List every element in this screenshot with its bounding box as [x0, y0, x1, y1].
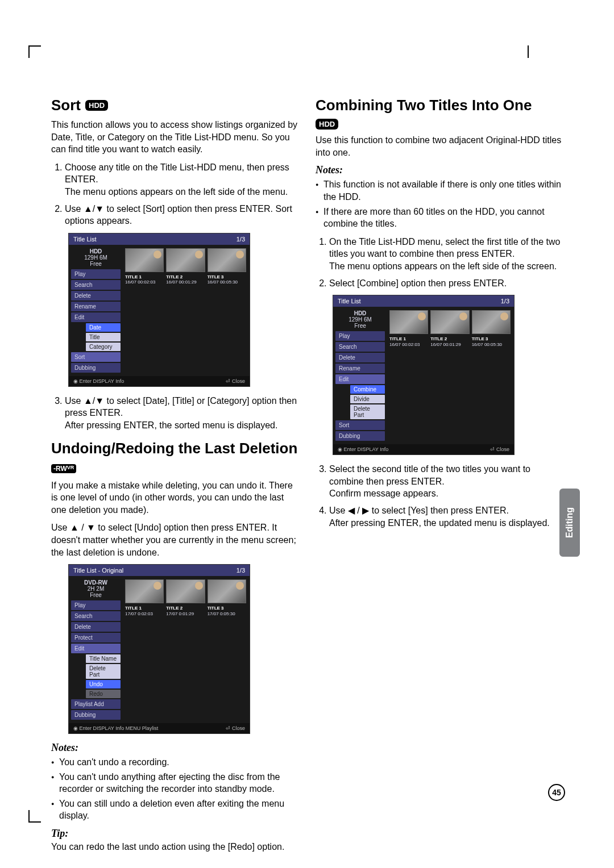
- combine-step-2: Select [Combine] option then press ENTER…: [329, 277, 563, 290]
- ss2-search: Search: [71, 611, 121, 621]
- badge-hdd: HDD: [85, 100, 108, 111]
- ss2-sub-tn: Title Name: [86, 654, 121, 663]
- combine-intro: Use this function to combine two adjacen…: [316, 134, 563, 158]
- undo-p1: If you make a mistake while deleting, yo…: [51, 479, 298, 516]
- section-tab: Editing: [559, 489, 580, 557]
- heading-combine-text: Combining Two Titles Into One: [316, 97, 532, 114]
- undo-notes-h: Notes:: [51, 742, 298, 754]
- ss2-delete: Delete: [71, 622, 121, 632]
- ss3-play: Play: [335, 331, 385, 341]
- heading-undo: Undoing/Redoing the Last Deletion -RWVR: [51, 440, 298, 475]
- undo-note-2: You can't undo anything after ejecting t…: [59, 771, 298, 795]
- ss1-search: Search: [71, 280, 121, 290]
- ss2-sub-redo: Redo: [86, 690, 121, 698]
- sort-step-3: Use ▲/▼ to select [Date], [Title] or [Ca…: [65, 395, 298, 432]
- ss1-edit: Edit: [71, 312, 121, 322]
- ss2-footer-r: ⏎ Close: [226, 725, 245, 731]
- ss1-size: 129H 6M: [71, 254, 121, 261]
- ss1-play: Play: [71, 269, 121, 279]
- ss1-thumb-3: [208, 248, 246, 272]
- ss1-dubbing: Dubbing: [71, 363, 121, 373]
- ss3-title: Title List: [338, 298, 361, 304]
- sort-step-1a: Choose any title on the Title List-HDD m…: [65, 162, 289, 185]
- ss3-sub-combine: Combine: [350, 385, 385, 394]
- ss1-sub-title: Title: [86, 333, 121, 341]
- screenshot-undo: Title List - Original 1/3 DVD-RW 2H 2M F…: [68, 564, 250, 734]
- ss2-protect: Protect: [71, 633, 121, 642]
- ss3-footer-r: ⏎ Close: [490, 446, 509, 452]
- ss1-title: Title List: [73, 236, 97, 243]
- ss2-t1-meta: 17/07 0:02:03: [125, 611, 153, 616]
- ss1-delete: Delete: [71, 291, 121, 301]
- ss2-dubbing: Dubbing: [71, 710, 121, 720]
- left-column: Sort HDD This function allows you to acc…: [51, 97, 298, 783]
- page-content: Sort HDD This function allows you to acc…: [51, 97, 563, 783]
- ss2-play: Play: [71, 600, 121, 610]
- ss2-title: Title List - Original: [73, 567, 123, 574]
- ss1-rename: Rename: [71, 302, 121, 311]
- ss1-t1-meta: 16/07 00:02:03: [125, 279, 155, 285]
- ss3-free: Free: [335, 323, 385, 329]
- undo-p2: Use ▲ / ▼ to select [Undo] option then p…: [51, 521, 298, 558]
- ss2-thumb-1: [125, 579, 164, 603]
- ss2-pladd: Playlist Add: [71, 699, 121, 709]
- crop-mark-bl: [28, 810, 41, 823]
- badge-rwvr: -RWVR: [51, 464, 76, 473]
- ss3-header: Title List 1/3: [333, 295, 514, 307]
- ss1-header: Title List 1/3: [69, 233, 250, 245]
- sort-intro: This function allows you to access show …: [51, 119, 298, 156]
- crop-mark-tr: [528, 45, 529, 58]
- ss2-thumb-3: [208, 579, 246, 603]
- ss2-page: 1/3: [237, 567, 245, 574]
- combine-step-1b: The menu options appears on the left sid…: [329, 261, 557, 271]
- combine-steps-cont: Select the second title of the two title…: [316, 463, 563, 529]
- combine-step-3b: Confirm message appears.: [329, 489, 438, 498]
- combine-step-4a: Use ◀ / ▶ to select [Yes] then press ENT…: [329, 506, 509, 515]
- combine-notes-list: This function is not available if there …: [316, 178, 563, 229]
- ss1-page: 1/3: [237, 236, 245, 243]
- ss3-thumb-1: [389, 310, 428, 334]
- right-column: Combining Two Titles Into One HDD Use th…: [316, 97, 563, 783]
- heading-sort-text: Sort: [51, 97, 81, 114]
- ss3-rename: Rename: [335, 364, 385, 373]
- ss2-thumb-2: [166, 579, 205, 603]
- ss3-t2-title: TITLE 2: [430, 336, 447, 341]
- ss3-sort: Sort: [335, 420, 385, 430]
- combine-notes-h: Notes:: [316, 164, 563, 176]
- ss1-sort: Sort: [71, 352, 121, 362]
- page-number: 45: [548, 784, 565, 801]
- ss1-thumb-2: [166, 248, 205, 272]
- ss3-search: Search: [335, 342, 385, 352]
- ss3-sidebar: HDD 129H 6M Free Play Search Delete Rena…: [333, 307, 387, 444]
- undo-tip-h: Tip:: [51, 828, 298, 840]
- ss3-thumb-3: [472, 310, 511, 334]
- ss2-sub-undo: Undo: [86, 680, 121, 688]
- combine-steps: On the Title List-HDD menu, select the f…: [316, 236, 563, 289]
- heading-sort: Sort HDD: [51, 97, 298, 114]
- sort-steps: Choose any title on the Title List-HDD m…: [51, 161, 298, 227]
- ss3-size: 129H 6M: [335, 316, 385, 323]
- screenshot-sort: Title List 1/3 HDD 129H 6M Free Play Sea…: [68, 233, 250, 387]
- badge-hdd-combine: HDD: [316, 119, 338, 130]
- ss1-t1-title: TITLE 1: [125, 274, 142, 279]
- sort-steps-cont: Use ▲/▼ to select [Date], [Title] or [Ca…: [51, 395, 298, 432]
- undo-tip: You can redo the last undo action using …: [51, 841, 298, 853]
- ss2-footer-l: ◉ Enter DISPLAY Info MENU Playlist: [73, 725, 158, 731]
- ss2-size: 2H 2M: [71, 586, 121, 592]
- ss3-sub-delpart: Delete Part: [350, 404, 385, 419]
- sort-step-3b: After pressing ENTER, the sorted menu is…: [65, 420, 277, 430]
- sort-step-1: Choose any title on the Title List-HDD m…: [65, 161, 298, 198]
- ss2-sidebar: DVD-RW 2H 2M Free Play Search Delete Pro…: [69, 576, 123, 723]
- heading-combine: Combining Two Titles Into One: [316, 97, 563, 114]
- sort-step-1b: The menu options appears on the left sid…: [65, 187, 288, 197]
- ss3-delete: Delete: [335, 353, 385, 362]
- crop-mark-tl: [28, 45, 41, 58]
- ss2-t3-title: TITLE 3: [208, 606, 224, 611]
- sort-step-2: Use ▲/▼ to select [Sort] option then pre…: [65, 203, 298, 227]
- ss1-free: Free: [71, 261, 121, 267]
- combine-step-3: Select the second title of the two title…: [329, 463, 563, 500]
- ss3-sub-divide: Divide: [350, 395, 385, 403]
- undo-note-3: You can still undo a deletion even after…: [59, 798, 298, 822]
- ss3-page: 1/3: [501, 298, 509, 304]
- ss2-t1-title: TITLE 1: [125, 606, 142, 611]
